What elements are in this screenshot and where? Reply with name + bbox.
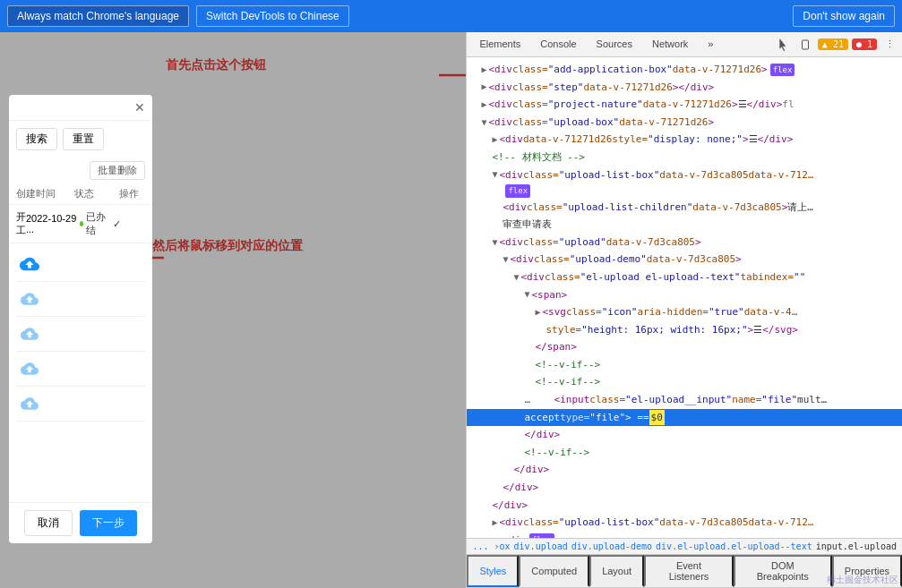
row-time: 2022-10-29 ... [26,213,80,234]
tree-node-upload-box[interactable]: ▼<div class="upload-box" data-v-71271d26… [467,114,902,132]
modal-overlay: ✕ 搜索 重置 批量删除 创建时间 状态 操作 [0,32,466,588]
tab-layout[interactable]: Layout [589,555,644,587]
match-language-button[interactable]: Always match Chrome's language [7,5,189,27]
tree-close-span[interactable]: </span> [467,338,902,356]
upload-item-2[interactable] [16,282,145,317]
row-status: 已办结 ✓ [80,210,122,237]
modal-close-button[interactable]: ✕ [134,100,145,115]
warning-badge: ▲ 21 [818,38,848,50]
upload-icon-3 [16,320,43,347]
tab-sources[interactable]: Sources [588,35,641,55]
tab-dom-breakpoints[interactable]: DOM Breakpoints [734,555,832,587]
tree-svg-style: style="height: 16px; width: 16px;"> ☰ </… [467,321,902,339]
breadcrumb-box[interactable]: ... ›ox [472,541,510,551]
upload-item-5[interactable] [16,387,145,422]
status-text: 已办结 [86,210,108,237]
devtools-bottom: ... ›ox div.upload div.upload-demo div.e… [467,538,902,588]
upload-item-1[interactable] [16,247,145,282]
table-header: 创建时间 状态 操作 [9,183,152,205]
next-button[interactable]: 下一步 [80,510,137,536]
table-row[interactable]: 开工 2022-10-29 ... 已办结 ✓ [9,205,152,243]
html-tree: ▶<div class="add-application-box" data-v… [467,57,902,538]
tree-node-svg[interactable]: ▶<svg class="icon" aria-hidden="true" da… [467,303,902,321]
status-dot [80,221,84,226]
main-layout: 首先点击这个按钮 然后将鼠标移到对应的位置 [0,32,902,588]
breadcrumb-el-upload[interactable]: div.el-upload.el-upload--text [656,541,812,551]
batch-bar: 批量删除 [9,158,152,183]
cursor-icon[interactable] [775,36,793,54]
svg-rect-4 [802,40,808,49]
cancel-button[interactable]: 取消 [24,510,73,536]
switch-devtools-button[interactable]: Switch DevTools to Chinese [196,5,349,27]
tree-comment-vif-3: <!--v-if--> [467,444,902,462]
col-header-action: 操作 [119,187,145,200]
batch-delete-button[interactable]: 批量删除 [90,161,145,180]
tree-node-upload[interactable]: ▼<div class="upload" data-v-7d3ca805> [467,234,902,251]
tree-node-add-app[interactable]: ▶<div class="add-application-box" data-v… [467,61,902,79]
tab-styles[interactable]: Styles [467,555,519,587]
upload-item-4[interactable] [16,352,145,387]
tree-node-el-upload[interactable]: ▼<div class="el-upload el-upload--text" … [467,268,902,286]
tree-close-div-4[interactable]: </div> [467,497,902,515]
devtools-toolbar: Elements Console Sources Network » ▲ 21 … [467,32,902,57]
tree-node-upload-list-box-1[interactable]: ▼<div class="upload-list-box" data-v-7d3… [467,166,902,184]
col-header-time: 创建时间 [16,187,74,200]
tree-node-project-nature[interactable]: ▶<div class="project-nature" data-v-7127… [467,96,902,114]
tree-close-div-2[interactable]: </div> [467,461,902,479]
tree-comment-vif-2: <!--v-if--> [467,373,902,391]
tree-comment-material: <!-- 材料文档 --> [467,149,902,166]
modal-dialog: ✕ 搜索 重置 批量删除 创建时间 状态 操作 [9,95,152,543]
tab-elements[interactable]: Elements [470,35,529,55]
tab-event-listeners[interactable]: Event Listeners [644,555,734,587]
upload-item-3[interactable] [16,317,145,352]
tree-node-input-line1[interactable]: … <input class="el-upload__input" name="… [467,391,902,409]
tree-node-display-none[interactable]: ▶<div data-v-71271d26 style="display: no… [467,131,902,149]
breadcrumb-upload[interactable]: div.upload [514,541,568,551]
tab-network[interactable]: Network [643,35,697,55]
tree-div-flex[interactable]: <div flex [467,532,902,538]
error-badge: ● 1 [852,38,877,50]
tree-node-input-line2[interactable]: accept type="file"> == $0 [467,409,902,427]
modal-header: ✕ [9,95,152,121]
dismiss-button[interactable]: Don't show again [793,5,895,27]
mobile-icon[interactable] [796,36,814,54]
upload-icon-2 [16,285,43,312]
tree-node-step[interactable]: ▶<div class="step" data-v-71271d26> </di… [467,79,902,97]
tree-node-upload-list-children[interactable]: <div class="upload-list-children" data-v… [467,199,902,217]
modal-footer: 取消 下一步 [9,502,152,543]
row-name: 开工 [16,210,26,237]
tree-node-upload-list-box-2[interactable]: ▶<div class="upload-list-box" data-v-7d3… [467,514,902,532]
tab-more[interactable]: » [699,35,722,55]
upload-icon-5 [16,390,43,417]
tree-node-upload-demo[interactable]: ▼<div class="upload-demo" data-v-7d3ca80… [467,251,902,268]
upload-list [9,243,152,502]
breadcrumb-bar: ... ›ox div.upload div.upload-demo div.e… [467,539,902,555]
tree-flex-badge: flex [467,183,902,198]
tree-comment-vif-1: <!--v-if--> [467,356,902,374]
breadcrumb-input[interactable]: input.el-upload [816,541,897,551]
tab-console[interactable]: Console [531,35,585,55]
search-button[interactable]: 搜索 [16,128,57,150]
upload-icon-4 [16,355,43,382]
devtools-panel: Elements Console Sources Network » ▲ 21 … [466,32,902,588]
devtools-icons: ▲ 21 ● 1 ⋮ [775,36,898,54]
top-notification-bar: Always match Chrome's language Switch De… [0,0,902,32]
more-icon[interactable]: ⋮ [881,36,898,54]
tree-close-div-3[interactable]: </div> [467,479,902,497]
tree-node-span[interactable]: ▼<span> [467,286,902,304]
col-header-status: 状态 [74,187,119,200]
tab-computed[interactable]: Computed [519,555,589,587]
breadcrumb-upload-demo[interactable]: div.upload-demo [571,541,652,551]
search-bar: 搜索 重置 [9,121,152,158]
tree-text-review: 审查申请表 [467,216,902,234]
left-panel: 首先点击这个按钮 然后将鼠标移到对应的位置 [0,32,466,588]
upload-icon-1 [16,251,43,277]
tree-close-div-1[interactable]: </div> [467,426,902,444]
reset-button[interactable]: 重置 [63,128,104,150]
check-icon: ✓ [113,218,121,230]
